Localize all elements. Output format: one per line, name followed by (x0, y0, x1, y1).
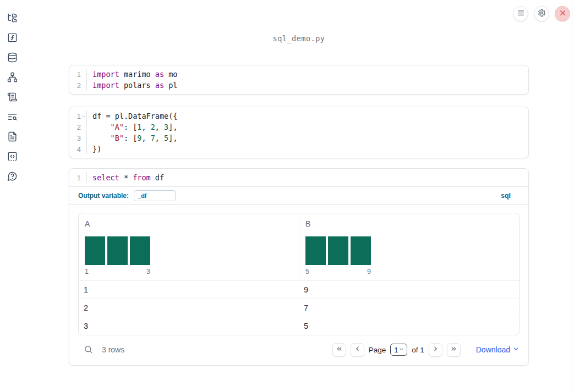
line-number: 3 (69, 132, 86, 143)
code-line: select * from df (92, 172, 528, 183)
code-line: import polars as pl (92, 80, 528, 91)
page-label: Page (369, 346, 386, 354)
table-row: 2 7 (79, 299, 519, 317)
previous-page-button[interactable] (351, 343, 364, 357)
sidebar-item-file-explorer[interactable] (6, 13, 18, 24)
hist-min-label: 1 (85, 268, 89, 275)
sql-meta-row: Output variable: sql (69, 187, 528, 205)
row-count-label: 3 rows (102, 345, 124, 354)
search-icon (84, 347, 93, 356)
chevron-left-icon (354, 345, 361, 354)
code-lines: select * from df (87, 172, 528, 183)
line-number-gutter: 1 2 3 4 (69, 111, 87, 154)
output-variable-label: Output variable: (78, 192, 129, 200)
column-name: B (305, 219, 519, 228)
hist-min-label: 5 (305, 268, 309, 275)
header-controls (513, 6, 570, 21)
histogram-bar (130, 236, 150, 265)
table-row: 1 9 (79, 280, 519, 299)
sidebar-item-scratchpad[interactable] (6, 92, 18, 103)
last-page-button[interactable] (447, 343, 461, 357)
notebook: 1 2 import marimo as mo import polars as… (69, 65, 529, 366)
hist-max-label: 3 (146, 268, 150, 275)
file-explorer-icon (7, 13, 18, 25)
scratchpad-icon (7, 92, 18, 104)
logs-icon (7, 112, 18, 124)
code-editor[interactable]: 1 2 3 4 df = pl.DataFrame({ "A": [1, 2, … (69, 107, 528, 158)
sidebar (0, 0, 24, 392)
table-row: 3 5 (79, 317, 519, 335)
code-lines: df = pl.DataFrame({ "A": [1, 2, 3], "B":… (87, 111, 528, 154)
table-cell: 1 (79, 285, 299, 294)
menu-button[interactable] (513, 6, 528, 21)
table-header: A 1 3 B (79, 213, 519, 280)
line-number-gutter: 1 (69, 172, 87, 183)
page-select-value: 1 (394, 346, 398, 354)
sidebar-item-variables[interactable] (6, 33, 18, 43)
language-badge: sql (501, 192, 511, 200)
notebook-title: sql_demo.py (69, 34, 529, 43)
sidebar-item-help[interactable] (6, 172, 18, 182)
code-editor[interactable]: 1 2 import marimo as mo import polars as… (69, 65, 528, 94)
documentation-icon (7, 131, 18, 143)
line-number: 2 (69, 80, 86, 91)
column-header-a[interactable]: A 1 3 (79, 213, 299, 280)
histogram-bar (328, 236, 348, 265)
chevron-right-icon (432, 345, 439, 354)
line-number: 2 (69, 122, 86, 132)
snippets-icon (7, 151, 18, 163)
gear-icon (538, 9, 546, 19)
sidebar-item-dependencies[interactable] (6, 73, 18, 83)
chevrons-right-icon (450, 345, 457, 354)
cell-dataframe: 1 2 3 4 df = pl.DataFrame({ "A": [1, 2, … (69, 107, 529, 158)
search-button[interactable] (83, 345, 93, 355)
code-line: }) (92, 143, 528, 154)
download-button[interactable]: Download (476, 345, 520, 354)
table-footer: 3 rows Page 1 of 1 (78, 340, 520, 360)
chevron-down-icon (512, 345, 520, 354)
sql-output-area: A 1 3 B (69, 205, 528, 365)
line-number: 4 (69, 143, 86, 154)
code-lines: import marimo as mo import polars as pl (87, 69, 528, 91)
dataframe-table: A 1 3 B (78, 213, 520, 335)
sidebar-item-documentation[interactable] (6, 132, 18, 142)
histogram-bar (107, 236, 128, 265)
sidebar-item-logs[interactable] (6, 112, 18, 123)
shutdown-button[interactable] (555, 6, 570, 21)
download-label: Download (476, 345, 510, 354)
first-page-button[interactable] (332, 343, 346, 357)
variables-icon (7, 32, 18, 45)
code-line: "A": [1, 2, 3], (92, 122, 528, 132)
page-of-label: of 1 (412, 346, 424, 354)
table-cell: 7 (299, 303, 519, 312)
line-number-gutter: 1 2 (69, 69, 87, 91)
fold-chevron-icon[interactable] (81, 113, 86, 118)
next-page-button[interactable] (429, 343, 442, 357)
histogram-b (305, 236, 519, 265)
line-number: 1 (69, 111, 86, 122)
line-number: 1 (69, 69, 86, 80)
chevron-down-icon (398, 346, 404, 354)
histogram-labels: 5 9 (305, 268, 371, 275)
chevrons-left-icon (336, 345, 343, 354)
code-line: df = pl.DataFrame({ (92, 111, 528, 122)
pagination: Page 1 of 1 Download (332, 343, 520, 357)
sidebar-item-datasources[interactable] (6, 53, 18, 63)
column-header-b[interactable]: B 5 9 (299, 213, 519, 280)
close-icon (559, 9, 567, 19)
output-variable-input[interactable] (134, 190, 176, 201)
histogram-a (85, 236, 299, 265)
settings-button[interactable] (534, 6, 549, 21)
table-cell: 2 (79, 303, 299, 312)
hist-max-label: 9 (367, 268, 371, 275)
sidebar-item-snippets[interactable] (6, 152, 18, 162)
scroll-edge (572, 0, 572, 392)
sql-code-editor[interactable]: 1 select * from df (69, 169, 528, 187)
dependencies-icon (7, 72, 18, 84)
histogram-bar (351, 236, 371, 265)
histogram-bar (305, 236, 326, 265)
table-cell: 5 (299, 322, 519, 330)
line-number: 1 (69, 172, 86, 183)
help-icon (7, 171, 18, 183)
page-select[interactable]: 1 (390, 344, 407, 356)
